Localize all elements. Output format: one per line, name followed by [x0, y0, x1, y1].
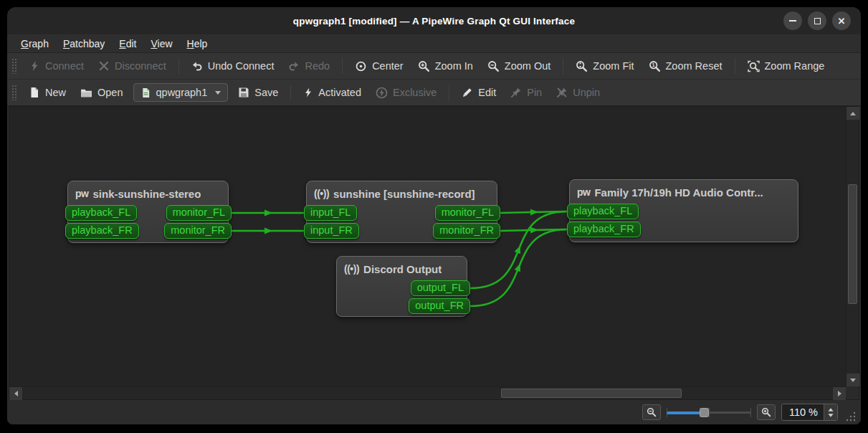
center-icon [355, 60, 367, 72]
port-monitor_FL[interactable]: monitor_FL [166, 205, 232, 221]
connection-arrow-icon [515, 263, 520, 272]
connection-arrow-icon [515, 245, 520, 254]
window-title: qpwgraph1 [modified] — A PipeWire Graph … [293, 16, 575, 27]
scroll-right-button[interactable] [833, 387, 846, 400]
zoom-out-button[interactable]: Zoom Out [480, 57, 558, 76]
canvas-frame: pwsink-sunshine-stereoplayback_FLplaybac… [9, 106, 859, 400]
patchbay-file-icon [140, 87, 151, 98]
spin-down-button[interactable] [828, 414, 833, 417]
statusbar-zoom-in-button[interactable] [757, 404, 776, 420]
vertical-scrollbar-thumb[interactable] [848, 184, 857, 304]
save-icon [238, 87, 249, 98]
zoom-slider[interactable] [667, 406, 751, 419]
port-playback_FR[interactable]: playback_FR [65, 223, 139, 239]
connection-arrow-icon [530, 227, 538, 234]
zoom-out-icon [647, 407, 657, 417]
horizontal-scrollbar[interactable] [9, 386, 846, 399]
toolbar-drag-handle[interactable] [11, 85, 17, 100]
port-output_FR[interactable]: output_FR [409, 298, 470, 314]
close-icon: ✕ [838, 16, 846, 26]
zoom-in-button[interactable]: Zoom In [411, 57, 480, 76]
menu-graph[interactable]: Graph [14, 37, 55, 51]
session-dropdown[interactable]: qpwgraph1 [133, 83, 229, 102]
zoom-spinbox[interactable]: 110 % [781, 404, 838, 421]
statusbar: 110 % [7, 400, 861, 424]
graph-node-sink[interactable]: pwsink-sunshine-stereoplayback_FLplaybac… [67, 181, 229, 243]
zoom-out-icon [487, 60, 500, 72]
toolbar-drag-handle[interactable] [11, 58, 17, 74]
graph-node-family[interactable]: pwFamily 17h/19h HD Audio Contr...playba… [569, 179, 798, 242]
connection-line[interactable] [500, 211, 567, 213]
undo-connect-button[interactable]: Undo Connect [184, 57, 282, 75]
open-folder-icon [80, 87, 92, 99]
arrow-up-icon [850, 112, 856, 115]
exclusive-button: Exclusive [368, 83, 444, 103]
edit-button[interactable]: Edit [454, 83, 503, 102]
menu-help[interactable]: Help [181, 37, 214, 51]
pin-icon [510, 87, 522, 98]
menu-edit[interactable]: Edit [113, 37, 143, 51]
open-button[interactable]: Open [73, 83, 130, 103]
connection-line[interactable] [500, 229, 567, 231]
disconnect-icon [98, 60, 110, 72]
menu-patchbay[interactable]: Patchbay [57, 37, 111, 51]
close-button[interactable]: ✕ [832, 11, 851, 30]
edit-pencil-icon [462, 87, 473, 98]
zoom-slider-handle[interactable] [700, 408, 709, 417]
scroll-down-button[interactable] [846, 373, 859, 386]
svg-text:1: 1 [652, 62, 654, 68]
node-title: Discord Output [363, 263, 442, 275]
port-monitor_FR[interactable]: monitor_FR [164, 223, 232, 239]
center-button[interactable]: Center [348, 57, 411, 76]
toolbar-separator [178, 58, 179, 74]
graph-node-sunshine[interactable]: ((•))sunshine [sunshine-record]input_FLi… [306, 181, 497, 243]
toolbar-main: Connect Disconnect Undo Connect Redo Cen… [7, 53, 861, 80]
port-output_FL[interactable]: output_FL [411, 280, 470, 296]
toolbar-separator [563, 58, 563, 74]
port-input_FL[interactable]: input_FL [304, 205, 357, 221]
new-button[interactable]: New [22, 83, 73, 102]
vertical-scrollbar[interactable] [846, 107, 859, 386]
arrow-down-icon [850, 379, 856, 382]
horizontal-scrollbar-thumb[interactable] [501, 389, 682, 398]
scroll-up-button[interactable] [846, 107, 859, 120]
port-monitor_FL[interactable]: monitor_FL [435, 205, 500, 221]
resize-grip[interactable] [845, 411, 857, 422]
scroll-left-button[interactable] [9, 387, 22, 400]
port-playback_FL[interactable]: playback_FL [567, 204, 639, 219]
node-title: Family 17h/19h HD Audio Contr... [594, 186, 763, 199]
port-input_FR[interactable]: input_FR [304, 223, 359, 239]
port-playback_FR[interactable]: playback_FR [567, 222, 641, 237]
toolbar-separator [290, 85, 291, 100]
zoom-reset-icon: 1 [649, 60, 661, 72]
scrollbar-corner [846, 386, 859, 399]
minimize-button[interactable] [783, 11, 802, 30]
maximize-button[interactable] [808, 11, 826, 30]
toolbar-separator [342, 58, 343, 74]
node-title: sunshine [sunshine-record] [333, 188, 475, 200]
statusbar-zoom-out-button[interactable] [642, 404, 661, 420]
zoom-reset-button[interactable]: 1 Zoom Reset [642, 57, 730, 76]
broadcast-icon: ((•)) [344, 263, 359, 275]
save-button[interactable]: Save [231, 83, 285, 102]
graph-node-discord[interactable]: ((•))Discord Outputoutput_FLoutput_FR [336, 256, 467, 317]
zoom-range-button[interactable]: Zoom Range [740, 57, 832, 76]
activated-button[interactable]: Activated [296, 83, 368, 102]
zoom-value: 110 % [782, 404, 824, 420]
spin-up-button[interactable] [828, 408, 833, 411]
port-monitor_FR[interactable]: monitor_FR [433, 223, 500, 239]
chevron-down-icon [215, 91, 221, 95]
titlebar[interactable]: qpwgraph1 [modified] — A PipeWire Graph … [7, 7, 861, 34]
menu-view[interactable]: View [144, 37, 178, 51]
graph-canvas[interactable]: pwsink-sunshine-stereoplayback_FLplaybac… [9, 107, 846, 386]
connection-arrow-icon [264, 210, 272, 217]
pipewire-icon: pw [577, 186, 590, 198]
unpin-icon [556, 87, 568, 98]
toolbar-file: New Open qpwgraph1 Save Activated Exclus… [7, 80, 861, 106]
arrow-left-icon [14, 391, 18, 396]
connection-arrow-icon [264, 228, 272, 234]
zoom-fit-button[interactable]: Zoom Fit [568, 57, 641, 76]
connect-button: Connect [22, 57, 91, 75]
port-playback_FL[interactable]: playback_FL [65, 205, 137, 221]
pin-button: Pin [503, 83, 549, 102]
